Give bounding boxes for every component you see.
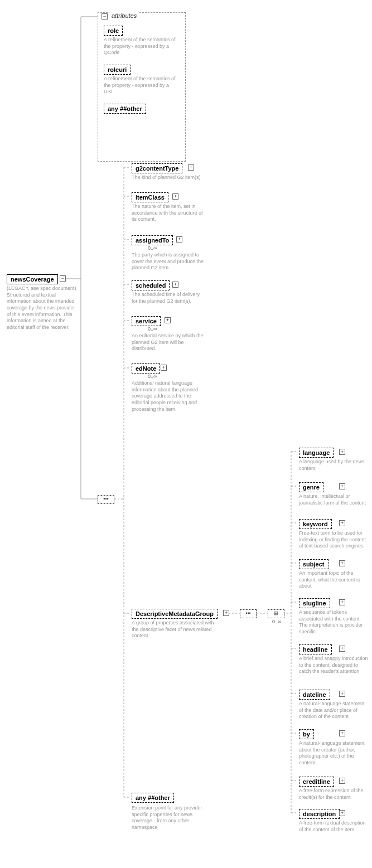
label: any ##other [136, 794, 170, 801]
node-itemclass[interactable]: itemClass [132, 192, 168, 202]
node-assignedto[interactable]: assignedTo [132, 235, 173, 245]
desc-roleuri: A refinement of the semantics of the pro… [104, 76, 176, 95]
desc: A free-form expression of the credit(s) … [299, 788, 369, 801]
desc: A nature, intellectual or journalistic f… [299, 493, 369, 506]
desc-anyother: Extension point for any provider specifi… [132, 805, 204, 831]
label: any ##other [108, 105, 142, 112]
desc: A brief and snappy introduction to the c… [299, 656, 369, 675]
choice-connector: ⊞ [268, 609, 284, 618]
desc: A free-form textual description of the c… [299, 820, 369, 833]
node-headline[interactable]: headline [299, 644, 332, 654]
desc: The party which is assigned to cover the… [132, 252, 204, 271]
attr-anyother[interactable]: any ##other [104, 104, 146, 114]
label: DescriptiveMetadataGroup [136, 610, 214, 617]
node-creditline[interactable]: creditline [299, 777, 334, 787]
expand-icon[interactable]: + [339, 691, 345, 697]
desc: The scheduled time of delivery for the p… [132, 292, 204, 304]
desc-newscoverage: (LEGACY, see spec document) Structured a… [7, 285, 76, 331]
node-newscoverage[interactable]: newsCoverage [7, 274, 58, 284]
expand-icon[interactable]: + [165, 317, 171, 323]
expand-icon[interactable]: + [339, 520, 345, 526]
expand-icon[interactable]: + [339, 778, 345, 784]
node-description[interactable]: description [299, 809, 340, 819]
desc: An editorial service by which the planne… [132, 333, 204, 352]
desc: The kind of planned G2 item(s) [132, 174, 201, 181]
desc: An important topic of the content; what … [299, 570, 369, 590]
node-by[interactable]: by [299, 729, 314, 739]
expand-icon[interactable]: + [172, 193, 178, 200]
expand-icon[interactable]: + [172, 282, 178, 288]
desc: Additional natural language information … [132, 380, 204, 413]
label: newsCoverage [11, 276, 54, 283]
node-scheduled[interactable]: scheduled [132, 280, 170, 290]
expand-icon[interactable]: − [60, 275, 66, 282]
expand-icon[interactable]: + [339, 646, 345, 652]
desc: A natural-language statement about the c… [299, 740, 369, 767]
collapse-icon[interactable]: − [102, 13, 108, 20]
node-genre[interactable]: genre [299, 482, 323, 492]
attributes-label: attributes [109, 12, 139, 19]
expand-icon[interactable]: + [176, 236, 182, 243]
cardinality: 0..∞ [272, 619, 281, 624]
desc: The nature of the item, set in accordanc… [132, 203, 204, 223]
node-keyword[interactable]: keyword [299, 519, 332, 529]
expand-icon[interactable]: + [188, 164, 194, 171]
node-g2contenttype[interactable]: g2contentType [132, 163, 182, 173]
label: role [108, 27, 119, 34]
node-ednote[interactable]: edNote [132, 363, 160, 374]
node-subject[interactable]: subject [299, 559, 328, 569]
node-dateline[interactable]: dateline [299, 690, 330, 700]
attr-roleuri[interactable]: roleuri [104, 65, 131, 75]
desc: Free-text term to be used for indexing o… [299, 530, 369, 550]
expand-icon[interactable]: + [339, 449, 345, 455]
expand-icon[interactable]: + [223, 610, 229, 616]
desc: A natural-language statement of the date… [299, 701, 369, 720]
label: roleuri [108, 66, 127, 73]
desc: A language used by the news content [299, 459, 369, 472]
desc-role: A refinement of the semantics of the pro… [104, 37, 176, 56]
sequence-connector: ••• [240, 609, 257, 618]
attr-role[interactable]: role [104, 26, 123, 36]
cardinality: 0..∞ [148, 374, 157, 379]
expand-icon[interactable]: + [161, 365, 167, 371]
expand-icon[interactable]: + [339, 810, 345, 816]
expand-icon[interactable]: + [339, 560, 345, 566]
node-slugline[interactable]: slugline [299, 598, 330, 608]
expand-icon[interactable]: + [339, 483, 345, 489]
expand-icon[interactable]: + [339, 730, 345, 736]
expand-icon[interactable]: + [339, 599, 345, 605]
desc-dmg: A group of properties associated with th… [132, 620, 221, 639]
sequence-connector: ••• [98, 495, 114, 504]
node-service[interactable]: service [132, 316, 161, 326]
cardinality: 0..∞ [148, 245, 157, 251]
node-dmg[interactable]: DescriptiveMetadataGroup [132, 609, 218, 619]
desc: A sequence of tokens associated with the… [299, 609, 369, 636]
cardinality: 0..∞ [148, 326, 157, 332]
node-anyother[interactable]: any ##other [132, 793, 174, 803]
node-language[interactable]: language [299, 448, 334, 458]
